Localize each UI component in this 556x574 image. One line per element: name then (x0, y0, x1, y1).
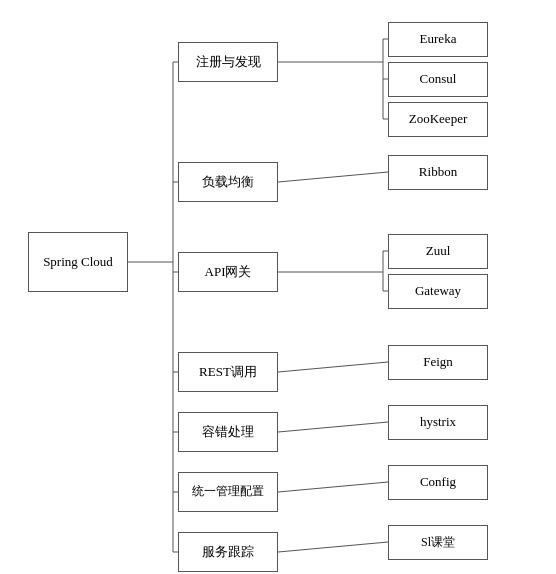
leaf-node-hystrix: hystrix (388, 405, 488, 440)
svg-line-20 (278, 422, 388, 432)
category-node-1: 注册与发现 (178, 42, 278, 82)
category-node-5: 容错处理 (178, 412, 278, 452)
category-node-4: REST调用 (178, 352, 278, 392)
leaf-node-config: Config (388, 465, 488, 500)
leaf10-label: Sl课堂 (421, 535, 455, 551)
leaf-node-consul: Consul (388, 62, 488, 97)
cat3-label: API网关 (205, 264, 252, 281)
leaf-node-ribbon: Ribbon (388, 155, 488, 190)
leaf2-label: Consul (420, 71, 457, 88)
leaf-node-zuul: Zuul (388, 234, 488, 269)
leaf7-label: Feign (423, 354, 453, 371)
root-node: Spring Cloud (28, 232, 128, 292)
category-node-7: 服务跟踪 (178, 532, 278, 572)
svg-line-19 (278, 362, 388, 372)
cat6-label: 统一管理配置 (192, 484, 264, 500)
leaf6-label: Gateway (415, 283, 461, 300)
cat2-label: 负载均衡 (202, 174, 254, 191)
mind-map-diagram: Spring Cloud 注册与发现 负载均衡 API网关 REST调用 容错处… (18, 12, 538, 562)
leaf5-label: Zuul (426, 243, 451, 260)
leaf-node-zookeeper: ZooKeeper (388, 102, 488, 137)
svg-line-14 (278, 172, 388, 182)
leaf-node-gateway: Gateway (388, 274, 488, 309)
cat7-label: 服务跟踪 (202, 544, 254, 561)
leaf3-label: ZooKeeper (409, 111, 467, 128)
leaf-node-eureka: Eureka (388, 22, 488, 57)
category-node-6: 统一管理配置 (178, 472, 278, 512)
cat4-label: REST调用 (199, 364, 257, 381)
category-node-3: API网关 (178, 252, 278, 292)
leaf-node-sleuth: Sl课堂 (388, 525, 488, 560)
leaf8-label: hystrix (420, 414, 456, 431)
cat5-label: 容错处理 (202, 424, 254, 441)
category-node-2: 负载均衡 (178, 162, 278, 202)
leaf9-label: Config (420, 474, 456, 491)
cat1-label: 注册与发现 (196, 54, 261, 71)
root-label: Spring Cloud (43, 254, 113, 271)
svg-line-21 (278, 482, 388, 492)
leaf-node-feign: Feign (388, 345, 488, 380)
leaf4-label: Ribbon (419, 164, 457, 181)
svg-line-22 (278, 542, 388, 552)
leaf1-label: Eureka (420, 31, 457, 48)
